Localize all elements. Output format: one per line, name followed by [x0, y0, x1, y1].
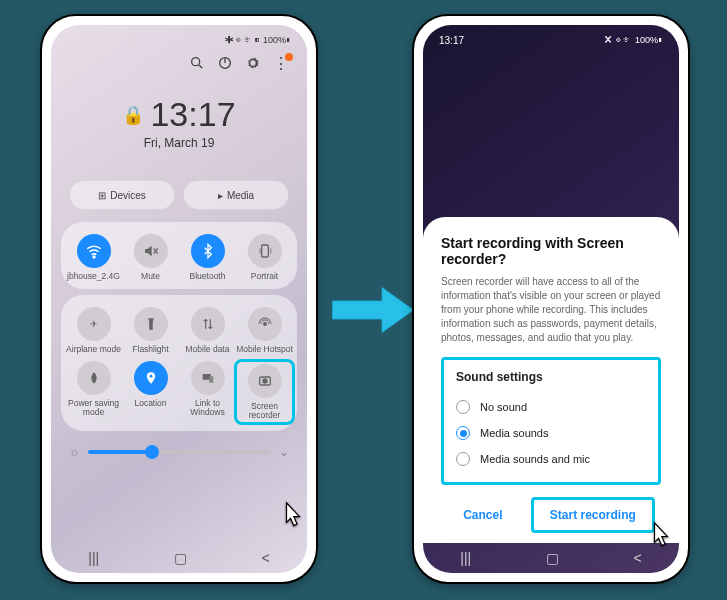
dialog-body: Screen recorder will have access to all … — [441, 275, 661, 345]
grid-icon: ⊞ — [98, 190, 106, 201]
qs-flashlight[interactable]: Flashlight — [122, 307, 179, 354]
status-bar: 13:17 ✕ ⌾ ᯤ 100%▮ — [423, 25, 679, 49]
radio-icon — [456, 452, 470, 466]
svg-rect-7 — [261, 245, 268, 257]
nav-bar: ||| ▢ < — [423, 543, 679, 573]
play-icon: ▸ — [218, 190, 223, 201]
svg-point-9 — [149, 374, 152, 377]
dialog-title: Start recording with Screen recorder? — [441, 235, 661, 267]
qs-wifi[interactable]: jbhouse_2.4G — [65, 234, 122, 281]
gear-icon[interactable] — [245, 55, 261, 71]
media-pill[interactable]: ▸Media — [183, 180, 289, 210]
qs-portrait[interactable]: Portrait — [236, 234, 293, 281]
recents-button[interactable]: ||| — [88, 550, 99, 566]
qs-screen-recorder[interactable]: Screen recorder — [234, 359, 295, 426]
brightness-slider-row: ☼ ⌄ — [51, 431, 307, 465]
clock-time: 13:17 — [150, 95, 235, 134]
qs-airplane[interactable]: ✈Airplane mode — [65, 307, 122, 354]
start-recording-button[interactable]: Start recording — [531, 497, 655, 533]
svg-rect-11 — [209, 376, 213, 382]
sound-settings-title: Sound settings — [456, 370, 646, 384]
link-icon — [191, 361, 225, 395]
screen-recorder-icon — [248, 364, 282, 398]
dialog-actions: Cancel Start recording — [441, 497, 661, 533]
mute-icon — [134, 234, 168, 268]
screen-recorder-dialog: Start recording with Screen recorder? Sc… — [423, 217, 679, 543]
pin-icon — [134, 361, 168, 395]
cancel-button[interactable]: Cancel — [447, 500, 518, 530]
qs-mobile-data[interactable]: Mobile data — [179, 307, 236, 354]
home-button[interactable]: ▢ — [174, 550, 187, 566]
status-icons: ✕ ⌾ ᯤ 100%▮ — [604, 35, 663, 45]
radio-media-sounds[interactable]: Media sounds — [456, 420, 646, 446]
quick-settings-panel: jbhouse_2.4G Mute Bluetooth Portrait — [61, 222, 297, 289]
airplane-icon: ✈ — [77, 307, 111, 341]
lock-icon: 🔒 — [122, 104, 144, 126]
status-icons: ✱ ⌾ ᯤ ◧ 100%▮ — [225, 35, 291, 45]
arrow-icon — [328, 280, 418, 340]
qs-location[interactable]: Location — [122, 361, 179, 424]
back-button[interactable]: < — [633, 550, 641, 566]
back-button[interactable]: < — [261, 550, 269, 566]
leaf-icon — [77, 361, 111, 395]
status-bar: ✱ ⌾ ᯤ ◧ 100%▮ — [51, 25, 307, 49]
more-icon[interactable]: ⋮ — [273, 55, 289, 71]
phone-left: ✱ ⌾ ᯤ ◧ 100%▮ ⋮ 🔒 13:17 Fri, March 19 ⊞D… — [40, 14, 318, 584]
radio-media-and-mic[interactable]: Media sounds and mic — [456, 446, 646, 472]
qs-bluetooth[interactable]: Bluetooth — [179, 234, 236, 281]
screen-right: 13:17 ✕ ⌾ ᯤ 100%▮ Start recording with S… — [423, 25, 679, 573]
home-button[interactable]: ▢ — [546, 550, 559, 566]
radio-no-sound[interactable]: No sound — [456, 394, 646, 420]
sun-icon: ☼ — [69, 445, 80, 459]
nav-bar: ||| ▢ < — [51, 543, 307, 573]
search-icon[interactable] — [189, 55, 205, 71]
phone-right: 13:17 ✕ ⌾ ᯤ 100%▮ Start recording with S… — [412, 14, 690, 584]
radio-icon — [456, 426, 470, 440]
pill-row: ⊞Devices ▸Media — [51, 180, 307, 210]
svg-point-0 — [192, 58, 200, 66]
svg-point-13 — [263, 379, 267, 383]
qs-hotspot[interactable]: Mobile Hotspot — [236, 307, 293, 354]
quick-settings-panel-2: ✈Airplane mode Flashlight Mobile data Mo… — [61, 295, 297, 431]
qs-mute[interactable]: Mute — [122, 234, 179, 281]
hotspot-icon — [248, 307, 282, 341]
qs-power-saving[interactable]: Power saving mode — [65, 361, 122, 424]
data-icon — [191, 307, 225, 341]
devices-pill[interactable]: ⊞Devices — [69, 180, 175, 210]
svg-line-1 — [199, 65, 202, 68]
power-icon[interactable] — [217, 55, 233, 71]
quick-panel-actions: ⋮ — [51, 49, 307, 73]
svg-point-4 — [93, 256, 95, 258]
clock-block: 🔒 13:17 Fri, March 19 — [51, 95, 307, 150]
bluetooth-icon — [191, 234, 225, 268]
chevron-down-icon[interactable]: ⌄ — [279, 445, 289, 459]
screen-left: ✱ ⌾ ᯤ ◧ 100%▮ ⋮ 🔒 13:17 Fri, March 19 ⊞D… — [51, 25, 307, 573]
portrait-icon — [248, 234, 282, 268]
svg-point-8 — [263, 323, 266, 326]
qs-link-windows[interactable]: Link to Windows — [179, 361, 236, 424]
clock-date: Fri, March 19 — [51, 136, 307, 150]
flashlight-icon — [134, 307, 168, 341]
radio-icon — [456, 400, 470, 414]
recents-button[interactable]: ||| — [460, 550, 471, 566]
wifi-icon — [77, 234, 111, 268]
status-time: 13:17 — [439, 35, 464, 46]
brightness-slider[interactable] — [88, 450, 271, 454]
sound-settings-section: Sound settings No sound Media sounds Med… — [441, 357, 661, 485]
